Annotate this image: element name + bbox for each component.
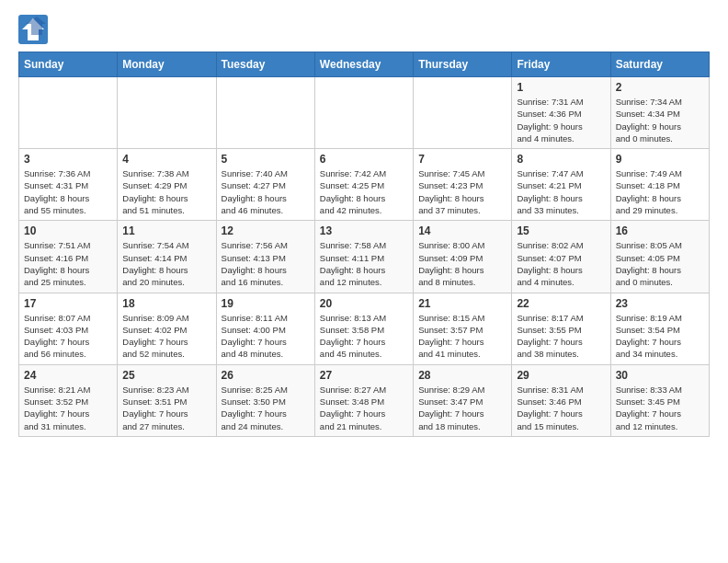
calendar-header-row: SundayMondayTuesdayWednesdayThursdayFrid… [19,52,710,77]
day-info: Sunrise: 8:02 AMSunset: 4:07 PMDaylight:… [517,239,605,288]
day-info: Sunrise: 7:45 AMSunset: 4:23 PMDaylight:… [418,167,506,216]
day-number: 11 [122,224,210,237]
day-number: 23 [616,297,704,310]
day-info: Sunrise: 7:54 AMSunset: 4:14 PMDaylight:… [122,239,210,288]
day-info: Sunrise: 8:27 AMSunset: 3:48 PMDaylight:… [320,384,408,432]
day-number: 20 [320,297,408,310]
day-number: 30 [616,369,704,382]
day-number: 16 [616,224,704,237]
calendar-week-2: 3Sunrise: 7:36 AMSunset: 4:31 PMDaylight… [19,149,710,221]
calendar-cell: 13Sunrise: 7:58 AMSunset: 4:11 PMDayligh… [314,221,413,293]
header-friday: Friday [512,52,610,77]
day-info: Sunrise: 8:29 AMSunset: 3:47 PMDaylight:… [418,384,506,432]
day-number: 1 [517,81,605,94]
day-info: Sunrise: 8:23 AMSunset: 3:51 PMDaylight:… [122,384,210,432]
day-info: Sunrise: 8:07 AMSunset: 4:03 PMDaylight:… [24,312,112,361]
day-info: Sunrise: 8:21 AMSunset: 3:52 PMDaylight:… [24,384,112,432]
day-number: 13 [320,224,408,237]
day-number: 3 [24,153,112,166]
calendar-cell: 3Sunrise: 7:36 AMSunset: 4:31 PMDaylight… [19,149,118,221]
day-info: Sunrise: 8:00 AMSunset: 4:09 PMDaylight:… [418,239,506,288]
day-info: Sunrise: 7:51 AMSunset: 4:16 PMDaylight:… [24,239,112,288]
day-number: 12 [222,224,310,237]
page: SundayMondayTuesdayWednesdayThursdayFrid… [0,0,728,446]
day-number: 8 [517,153,605,166]
day-info: Sunrise: 8:19 AMSunset: 3:54 PMDaylight:… [616,312,704,361]
day-number: 25 [122,369,210,382]
day-number: 10 [24,224,112,237]
day-info: Sunrise: 7:36 AMSunset: 4:31 PMDaylight:… [24,167,112,216]
calendar-cell: 11Sunrise: 7:54 AMSunset: 4:14 PMDayligh… [118,221,216,293]
day-info: Sunrise: 7:40 AMSunset: 4:27 PMDaylight:… [222,167,310,216]
calendar-cell: 28Sunrise: 8:29 AMSunset: 3:47 PMDayligh… [414,364,512,436]
header-tuesday: Tuesday [216,52,314,77]
day-number: 17 [24,297,112,310]
day-info: Sunrise: 7:47 AMSunset: 4:21 PMDaylight:… [517,167,605,216]
calendar-cell: 17Sunrise: 8:07 AMSunset: 4:03 PMDayligh… [19,293,118,364]
calendar-cell: 9Sunrise: 7:49 AMSunset: 4:18 PMDaylight… [610,149,709,221]
day-info: Sunrise: 8:05 AMSunset: 4:05 PMDaylight:… [616,239,704,288]
calendar-week-1: 1Sunrise: 7:31 AMSunset: 4:36 PMDaylight… [19,77,710,149]
calendar-cell: 24Sunrise: 8:21 AMSunset: 3:52 PMDayligh… [19,364,118,436]
calendar-cell: 7Sunrise: 7:45 AMSunset: 4:23 PMDaylight… [414,149,512,221]
calendar-cell: 27Sunrise: 8:27 AMSunset: 3:48 PMDayligh… [314,364,413,436]
calendar-cell: 12Sunrise: 7:56 AMSunset: 4:13 PMDayligh… [216,221,314,293]
calendar-cell: 1Sunrise: 7:31 AMSunset: 4:36 PMDaylight… [512,77,610,149]
calendar-cell: 16Sunrise: 8:05 AMSunset: 4:05 PMDayligh… [610,221,709,293]
day-info: Sunrise: 7:38 AMSunset: 4:29 PMDaylight:… [122,167,210,216]
day-number: 22 [517,297,605,310]
day-info: Sunrise: 8:17 AMSunset: 3:55 PMDaylight:… [517,312,605,361]
calendar-cell: 22Sunrise: 8:17 AMSunset: 3:55 PMDayligh… [512,293,610,364]
day-number: 28 [418,369,506,382]
calendar-cell: 2Sunrise: 7:34 AMSunset: 4:34 PMDaylight… [610,77,709,149]
day-number: 6 [320,153,408,166]
header [18,15,710,42]
calendar-cell: 4Sunrise: 7:38 AMSunset: 4:29 PMDaylight… [118,149,216,221]
calendar-cell: 8Sunrise: 7:47 AMSunset: 4:21 PMDaylight… [512,149,610,221]
day-number: 2 [616,81,704,94]
calendar-cell [216,77,314,149]
day-info: Sunrise: 8:09 AMSunset: 4:02 PMDaylight:… [122,312,210,361]
day-info: Sunrise: 8:25 AMSunset: 3:50 PMDaylight:… [222,384,310,432]
day-info: Sunrise: 8:31 AMSunset: 3:46 PMDaylight:… [517,384,605,432]
calendar-cell: 29Sunrise: 8:31 AMSunset: 3:46 PMDayligh… [512,364,610,436]
header-thursday: Thursday [414,52,512,77]
day-number: 14 [418,224,506,237]
calendar-cell: 15Sunrise: 8:02 AMSunset: 4:07 PMDayligh… [512,221,610,293]
calendar-cell: 30Sunrise: 8:33 AMSunset: 3:45 PMDayligh… [610,364,709,436]
day-info: Sunrise: 7:58 AMSunset: 4:11 PMDaylight:… [320,239,408,288]
calendar-cell: 25Sunrise: 8:23 AMSunset: 3:51 PMDayligh… [118,364,216,436]
day-info: Sunrise: 8:15 AMSunset: 3:57 PMDaylight:… [418,312,506,361]
calendar-cell: 23Sunrise: 8:19 AMSunset: 3:54 PMDayligh… [610,293,709,364]
calendar-cell: 18Sunrise: 8:09 AMSunset: 4:02 PMDayligh… [118,293,216,364]
calendar-table: SundayMondayTuesdayWednesdayThursdayFrid… [18,52,710,437]
day-number: 9 [616,153,704,166]
day-info: Sunrise: 8:33 AMSunset: 3:45 PMDaylight:… [616,384,704,432]
day-number: 24 [24,369,112,382]
day-info: Sunrise: 7:34 AMSunset: 4:34 PMDaylight:… [616,96,704,144]
calendar-week-4: 17Sunrise: 8:07 AMSunset: 4:03 PMDayligh… [19,293,710,364]
day-number: 15 [517,224,605,237]
calendar-week-5: 24Sunrise: 8:21 AMSunset: 3:52 PMDayligh… [19,364,710,436]
calendar-week-3: 10Sunrise: 7:51 AMSunset: 4:16 PMDayligh… [19,221,710,293]
day-info: Sunrise: 7:56 AMSunset: 4:13 PMDaylight:… [222,239,310,288]
day-number: 21 [418,297,506,310]
day-number: 19 [222,297,310,310]
calendar-cell: 14Sunrise: 8:00 AMSunset: 4:09 PMDayligh… [414,221,512,293]
day-number: 26 [222,369,310,382]
day-info: Sunrise: 7:31 AMSunset: 4:36 PMDaylight:… [517,96,605,144]
calendar-cell: 21Sunrise: 8:15 AMSunset: 3:57 PMDayligh… [414,293,512,364]
header-saturday: Saturday [610,52,709,77]
day-info: Sunrise: 7:42 AMSunset: 4:25 PMDaylight:… [320,167,408,216]
day-info: Sunrise: 7:49 AMSunset: 4:18 PMDaylight:… [616,167,704,216]
calendar-cell: 26Sunrise: 8:25 AMSunset: 3:50 PMDayligh… [216,364,314,436]
calendar-cell: 6Sunrise: 7:42 AMSunset: 4:25 PMDaylight… [314,149,413,221]
day-number: 4 [122,153,210,166]
day-number: 27 [320,369,408,382]
day-number: 29 [517,369,605,382]
header-monday: Monday [118,52,216,77]
calendar-cell: 10Sunrise: 7:51 AMSunset: 4:16 PMDayligh… [19,221,118,293]
day-info: Sunrise: 8:11 AMSunset: 4:00 PMDaylight:… [222,312,310,361]
calendar-cell: 19Sunrise: 8:11 AMSunset: 4:00 PMDayligh… [216,293,314,364]
day-number: 18 [122,297,210,310]
